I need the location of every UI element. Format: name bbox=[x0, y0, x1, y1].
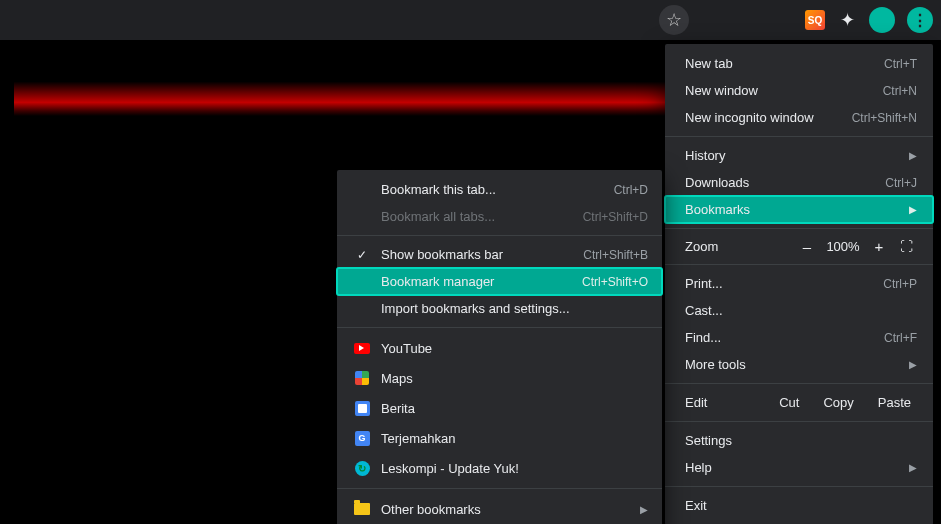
submenu-shortcut: Ctrl+Shift+B bbox=[583, 248, 648, 262]
menu-bookmarks[interactable]: Bookmarks ▶ bbox=[665, 196, 933, 223]
submenu-show-bar[interactable]: ✓ Show bookmarks bar Ctrl+Shift+B bbox=[337, 241, 662, 268]
submenu-bookmark-all: Bookmark all tabs... Ctrl+Shift+D bbox=[337, 203, 662, 230]
menu-label: New tab bbox=[685, 56, 884, 71]
submenu-other-bookmarks[interactable]: Other bookmarks ▶ bbox=[337, 494, 662, 524]
menu-label: Find... bbox=[685, 330, 884, 345]
extensions-button[interactable]: ✦ bbox=[837, 10, 857, 30]
puzzle-icon: ✦ bbox=[840, 9, 855, 31]
menu-separator bbox=[665, 383, 933, 384]
menu-new-window[interactable]: New window Ctrl+N bbox=[665, 77, 933, 104]
menu-label: New incognito window bbox=[685, 110, 852, 125]
browser-toolbar: ☆ SQ ✦ ⋮ bbox=[0, 0, 941, 40]
main-menu: New tab Ctrl+T New window Ctrl+N New inc… bbox=[665, 44, 933, 524]
menu-separator bbox=[337, 488, 662, 489]
submenu-label: Show bookmarks bar bbox=[381, 247, 573, 262]
menu-shortcut: Ctrl+N bbox=[883, 84, 917, 98]
menu-zoom-row: Zoom – 100% + ⛶ bbox=[665, 234, 933, 259]
menu-label: More tools bbox=[685, 357, 901, 372]
submenu-shortcut: Ctrl+Shift+D bbox=[583, 210, 648, 224]
chevron-right-icon: ▶ bbox=[909, 359, 917, 370]
menu-shortcut: Ctrl+F bbox=[884, 331, 917, 345]
more-menu-button[interactable]: ⋮ bbox=[907, 7, 933, 33]
edit-cut-button[interactable]: Cut bbox=[767, 395, 811, 410]
bookmark-label: Leskompi - Update Yuk! bbox=[381, 461, 648, 476]
edit-paste-button[interactable]: Paste bbox=[866, 395, 923, 410]
menu-separator bbox=[337, 235, 662, 236]
menu-history[interactable]: History ▶ bbox=[665, 142, 933, 169]
menu-more-tools[interactable]: More tools ▶ bbox=[665, 351, 933, 378]
menu-shortcut: Ctrl+P bbox=[883, 277, 917, 291]
bookmark-item[interactable]: Maps bbox=[337, 363, 662, 393]
menu-shortcut: Ctrl+T bbox=[884, 57, 917, 71]
zoom-value: 100% bbox=[821, 239, 865, 254]
menu-separator bbox=[665, 264, 933, 265]
submenu-label: Bookmark this tab... bbox=[381, 182, 604, 197]
translate-icon: G bbox=[353, 429, 371, 447]
menu-label: History bbox=[685, 148, 901, 163]
menu-label: Cast... bbox=[685, 303, 917, 318]
folder-icon bbox=[353, 500, 371, 518]
menu-label: Help bbox=[685, 460, 901, 475]
menu-separator bbox=[665, 228, 933, 229]
bookmark-label: Maps bbox=[381, 371, 648, 386]
bookmarks-submenu: Bookmark this tab... Ctrl+D Bookmark all… bbox=[337, 170, 662, 524]
star-outline-icon: ☆ bbox=[666, 9, 682, 31]
edit-copy-button[interactable]: Copy bbox=[811, 395, 865, 410]
bookmark-item[interactable]: YouTube bbox=[337, 333, 662, 363]
bookmark-label: Terjemahkan bbox=[381, 431, 648, 446]
submenu-bookmark-manager[interactable]: Bookmark manager Ctrl+Shift+O bbox=[337, 268, 662, 295]
menu-shortcut: Ctrl+J bbox=[885, 176, 917, 190]
bookmark-item[interactable]: ↻ Leskompi - Update Yuk! bbox=[337, 453, 662, 483]
submenu-bookmark-tab[interactable]: Bookmark this tab... Ctrl+D bbox=[337, 176, 662, 203]
menu-settings[interactable]: Settings bbox=[665, 427, 933, 454]
youtube-icon bbox=[353, 339, 371, 357]
chevron-right-icon: ▶ bbox=[909, 150, 917, 161]
submenu-label: Other bookmarks bbox=[381, 502, 630, 517]
submenu-shortcut: Ctrl+D bbox=[614, 183, 648, 197]
submenu-label: Bookmark manager bbox=[381, 274, 572, 289]
menu-label: Bookmarks bbox=[685, 202, 901, 217]
menu-incognito[interactable]: New incognito window Ctrl+Shift+N bbox=[665, 104, 933, 131]
bookmark-item[interactable]: Berita bbox=[337, 393, 662, 423]
chevron-right-icon: ▶ bbox=[909, 462, 917, 473]
menu-new-tab[interactable]: New tab Ctrl+T bbox=[665, 50, 933, 77]
maps-icon bbox=[353, 369, 371, 387]
check-icon: ✓ bbox=[353, 248, 371, 262]
zoom-out-button[interactable]: – bbox=[793, 238, 821, 255]
menu-label: New window bbox=[685, 83, 883, 98]
menu-find[interactable]: Find... Ctrl+F bbox=[665, 324, 933, 351]
zoom-label: Zoom bbox=[685, 239, 793, 254]
bookmark-star-button[interactable]: ☆ bbox=[659, 5, 689, 35]
leskompi-icon: ↻ bbox=[353, 459, 371, 477]
menu-separator bbox=[665, 421, 933, 422]
menu-label: Exit bbox=[685, 498, 917, 513]
menu-label: Settings bbox=[685, 433, 917, 448]
menu-downloads[interactable]: Downloads Ctrl+J bbox=[665, 169, 933, 196]
menu-label: Downloads bbox=[685, 175, 885, 190]
menu-help[interactable]: Help ▶ bbox=[665, 454, 933, 481]
submenu-shortcut: Ctrl+Shift+O bbox=[582, 275, 648, 289]
bookmark-label: Berita bbox=[381, 401, 648, 416]
menu-print[interactable]: Print... Ctrl+P bbox=[665, 270, 933, 297]
menu-exit[interactable]: Exit bbox=[665, 492, 933, 519]
submenu-import[interactable]: Import bookmarks and settings... bbox=[337, 295, 662, 322]
sq-extension-button[interactable]: SQ bbox=[805, 10, 825, 30]
menu-shortcut: Ctrl+Shift+N bbox=[852, 111, 917, 125]
profile-avatar-button[interactable] bbox=[869, 7, 895, 33]
vertical-dots-icon: ⋮ bbox=[912, 11, 928, 30]
submenu-label: Bookmark all tabs... bbox=[381, 209, 573, 224]
bookmark-item[interactable]: G Terjemahkan bbox=[337, 423, 662, 453]
submenu-label: Import bookmarks and settings... bbox=[381, 301, 648, 316]
menu-cast[interactable]: Cast... bbox=[665, 297, 933, 324]
chevron-right-icon: ▶ bbox=[909, 204, 917, 215]
menu-separator bbox=[665, 486, 933, 487]
bookmark-label: YouTube bbox=[381, 341, 648, 356]
menu-label: Print... bbox=[685, 276, 883, 291]
menu-separator bbox=[337, 327, 662, 328]
news-icon bbox=[353, 399, 371, 417]
edit-label: Edit bbox=[685, 395, 767, 410]
sq-extension-icon: SQ bbox=[805, 10, 825, 30]
fullscreen-button[interactable]: ⛶ bbox=[893, 239, 919, 254]
zoom-in-button[interactable]: + bbox=[865, 238, 893, 255]
chevron-right-icon: ▶ bbox=[640, 504, 648, 515]
